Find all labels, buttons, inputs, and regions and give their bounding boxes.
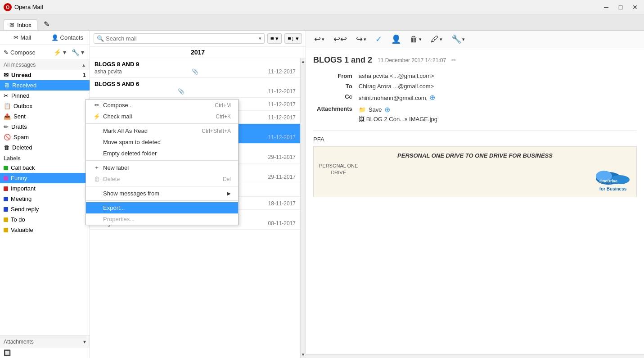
reply-button[interactable]: ↩▾ bbox=[311, 33, 327, 45]
maximize-button[interactable]: □ bbox=[615, 2, 626, 13]
sent-icon: 📤 bbox=[4, 113, 11, 120]
ctx-showmessages[interactable]: Show messages from ▶ bbox=[86, 188, 238, 199]
ctx-newlabel[interactable]: + New label bbox=[86, 162, 238, 173]
scroll-up-btn[interactable]: ▲ bbox=[301, 59, 306, 64]
sidebar-item-sent[interactable]: 📤 Sent bbox=[0, 111, 90, 122]
contacts-nav-icon: 👤 bbox=[51, 34, 59, 41]
mail-meta: 📎 11-12-2017 bbox=[95, 88, 296, 95]
mail-view-panel: ↩▾ ↩↩ ↪▾ ✓ 👤 🗑▾ 🖊▾ 🔧▾ BLOGS 1 and 2 11 D… bbox=[306, 31, 644, 358]
ctx-checkmail[interactable]: ⚡ Check mail Ctrl+K bbox=[86, 111, 238, 122]
ctx-checkmail-left: ⚡ Check mail bbox=[93, 113, 132, 120]
attachments-meta-value: 📁 Save ⊕ 🖼 BLOG 2 Con...s IMAGE.jpg bbox=[356, 104, 636, 124]
mail-sender: asha pcvita bbox=[95, 68, 122, 75]
close-button[interactable]: ✕ bbox=[630, 2, 640, 13]
ctx-compose-shortcut: Ctrl+M bbox=[215, 102, 231, 109]
ctx-delete-icon: 🗑 bbox=[93, 176, 100, 182]
scroll-up-arrow[interactable]: ▲ bbox=[81, 63, 86, 68]
tools-button[interactable]: 🔧▾ bbox=[449, 33, 468, 45]
ctx-emptydeleted[interactable]: Empty deleted folder bbox=[86, 148, 238, 159]
label-button[interactable]: 🖊▾ bbox=[428, 34, 445, 45]
attachment-folder-icon: 📁 bbox=[359, 106, 366, 113]
ctx-sep-2 bbox=[86, 160, 238, 161]
label-valuable[interactable]: Valuable bbox=[0, 225, 90, 235]
attachments-arrow[interactable]: ▾ bbox=[83, 339, 86, 345]
search-dropdown-arrow[interactable]: ▾ bbox=[259, 36, 261, 41]
one-drive-text-line2: DRIVE bbox=[319, 169, 358, 176]
sidebar-item-received[interactable]: 🖥 Received bbox=[0, 80, 90, 91]
reply-all-button[interactable]: ↩↩ bbox=[331, 33, 350, 45]
sidebar-item-unread[interactable]: ✉ Unread 1 bbox=[0, 70, 90, 80]
sidebar-item-pinned[interactable]: ✂ Pinned bbox=[0, 91, 90, 101]
sidebar-item-outbox[interactable]: 📋 Outbox bbox=[0, 101, 90, 111]
label-sendreply[interactable]: Send reply bbox=[0, 204, 90, 214]
mail-date: 29-11-2017 bbox=[268, 174, 296, 180]
minimize-button[interactable]: ─ bbox=[601, 2, 612, 13]
drafts-label: Drafts bbox=[11, 123, 27, 130]
mail-list-scrollbar[interactable]: ▲ ▼ bbox=[300, 58, 306, 358]
ctx-markallread-shortcut: Ctrl+Shift+A bbox=[202, 128, 231, 134]
filter-button[interactable]: ⚡ ▾ bbox=[52, 48, 68, 57]
label-funny[interactable]: Funny bbox=[0, 173, 90, 183]
view-scroll-bar bbox=[306, 354, 644, 358]
sidebar-item-deleted[interactable]: 🗑 Deleted bbox=[0, 142, 90, 153]
label-callback[interactable]: Call back bbox=[0, 163, 90, 173]
mark-read-button[interactable]: ✓ bbox=[373, 33, 385, 45]
save-attachment-button[interactable]: Save bbox=[369, 106, 382, 113]
view-button[interactable]: ≡ ▾ bbox=[267, 33, 282, 44]
label-todo[interactable]: To do bbox=[0, 214, 90, 225]
forward-button[interactable]: ↪▾ bbox=[353, 33, 369, 45]
drafts-icon: ✏ bbox=[4, 123, 9, 130]
attach-save-row: 📁 Save ⊕ bbox=[359, 105, 633, 114]
edit-icon[interactable]: ✏ bbox=[451, 57, 456, 63]
app-icon: O bbox=[4, 3, 12, 11]
spam-label: Spam bbox=[14, 134, 29, 140]
attachment-icon: 📎 bbox=[192, 68, 198, 75]
ctx-export[interactable]: Export... bbox=[86, 202, 238, 213]
sidebar-item-spam[interactable]: 🚫 Spam bbox=[0, 132, 90, 142]
ctx-markallread[interactable]: Mark All As Read Ctrl+Shift+A bbox=[86, 125, 238, 136]
attachments-toggle[interactable]: 🔲 bbox=[0, 348, 90, 358]
inbox-tab[interactable]: ✉ Inbox bbox=[4, 19, 37, 30]
valuable-label: Valuable bbox=[11, 227, 33, 233]
ctx-movespam[interactable]: Move spam to deleted bbox=[86, 136, 238, 148]
mail-view-content: BLOGS 1 and 2 11 December 2017 14:21:07 … bbox=[306, 48, 644, 354]
attachments-expand[interactable]: ⊕ bbox=[384, 105, 390, 114]
list-item[interactable]: BLOGS 5 AND 6 📎 11-12-2017 bbox=[90, 78, 300, 98]
search-box: 🔍 ▾ bbox=[94, 33, 265, 44]
label-meeting[interactable]: Meeting bbox=[0, 194, 90, 204]
ctx-properties-label: Properties... bbox=[103, 216, 135, 222]
compose-label: Compose bbox=[10, 49, 36, 56]
attachment-file-icon: 🖼 bbox=[359, 116, 365, 122]
one-drive-text: PERSONAL ONE DRIVE bbox=[319, 163, 358, 177]
scroll-down-btn[interactable]: ▼ bbox=[301, 352, 306, 357]
sidebar-item-drafts[interactable]: ✏ Drafts bbox=[0, 122, 90, 132]
svg-text:OneDrive: OneDrive bbox=[599, 179, 617, 183]
compose-button[interactable]: ✎ Compose bbox=[4, 49, 36, 56]
cc-value: shini.mohann@gmail.com, ⊕ bbox=[356, 92, 636, 103]
label-important[interactable]: Important bbox=[0, 183, 90, 194]
ctx-compose-label: Compose... bbox=[103, 102, 133, 109]
contacts-nav-tab[interactable]: 👤 Contacts bbox=[45, 31, 90, 45]
meeting-label: Meeting bbox=[11, 195, 32, 202]
year-label: 2017 bbox=[191, 49, 205, 56]
ctx-compose[interactable]: ✏ Compose... Ctrl+M bbox=[86, 100, 238, 111]
new-tab-button[interactable]: ✎ bbox=[41, 18, 52, 30]
mail-date: 11-12-2017 bbox=[268, 88, 296, 95]
title-bar: O Opera Mail ─ □ ✕ bbox=[0, 0, 644, 14]
one-drive-area: PERSONAL ONE DRIVE OneDrive for Business bbox=[319, 163, 631, 191]
mail-nav-tab[interactable]: ✉ Mail bbox=[0, 31, 45, 45]
sort-options-button[interactable]: ≡↕ ▾ bbox=[284, 33, 302, 44]
sort-button[interactable]: 🔧 ▾ bbox=[70, 48, 86, 57]
delete-button[interactable]: 🗑▾ bbox=[407, 34, 424, 45]
cc-label: Cc bbox=[314, 92, 355, 103]
sidebar: ✉ Mail 👤 Contacts ✎ Compose ⚡ ▾ 🔧 ▾ All … bbox=[0, 31, 90, 358]
search-input[interactable] bbox=[106, 35, 257, 42]
important-label: Important bbox=[11, 185, 36, 192]
attachments-meta-label: Attachments bbox=[314, 104, 355, 124]
contact-button[interactable]: 👤 bbox=[388, 33, 404, 45]
received-icon: 🖥 bbox=[4, 82, 9, 89]
list-item[interactable]: BLOGS 8 AND 9 asha pcvita 📎 11-12-2017 bbox=[90, 58, 300, 78]
mail-date: 11-12-2017 bbox=[268, 68, 296, 75]
cc-expand[interactable]: ⊕ bbox=[429, 94, 435, 101]
all-messages-header: All messages ▲ bbox=[0, 60, 90, 70]
